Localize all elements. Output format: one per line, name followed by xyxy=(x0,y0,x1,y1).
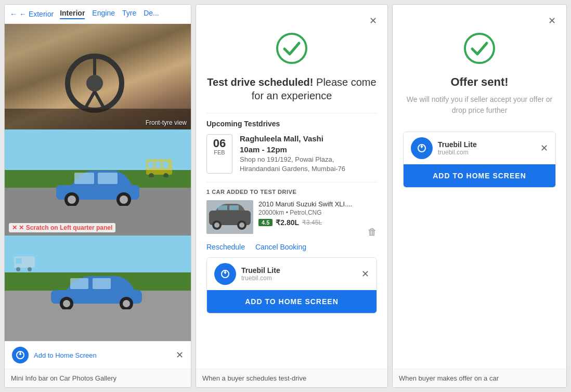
car-exterior-1-icon xyxy=(46,164,150,206)
date-month: FEB xyxy=(212,149,227,155)
svg-point-38 xyxy=(214,223,219,228)
divider-1 xyxy=(206,113,377,113)
exterior-tab-label[interactable]: ← Exterior xyxy=(19,10,54,18)
svg-rect-26 xyxy=(16,258,22,264)
delete-car-icon[interactable]: 🗑 xyxy=(368,227,377,238)
truebil-logo-2 xyxy=(214,263,236,285)
panel3-caption: When buyer makes offer on a car xyxy=(393,369,566,387)
svg-point-9 xyxy=(68,195,76,204)
nav-bar: ← ← Exterior Interior Engine Tyre De... xyxy=(5,5,191,24)
add-home-bar-3: Truebil Lite truebil.com ✕ ADD TO HOME S… xyxy=(403,132,556,188)
offer-title: Offer sent! xyxy=(403,75,556,89)
photo-interior: Front-tyre view xyxy=(5,24,191,129)
car-thumbnail-icon xyxy=(206,200,253,234)
modal-header-3: ✕ xyxy=(403,15,556,27)
panel-test-drive: ✕ Test drive scheduled! Please come for … xyxy=(196,4,388,388)
car-added-label: 1 CAR ADDED TO TEST DRIVE xyxy=(206,189,377,195)
divider-2 xyxy=(206,182,377,182)
car-card-details: 2010 Maruti Suzuki Swift XLI.... 20000km… xyxy=(258,200,377,238)
truebil-brand-3: Truebil Lite truebil.com xyxy=(411,137,477,159)
panel2-caption: When a buyer schedules test-drive xyxy=(196,369,387,387)
date-day: 06 xyxy=(212,138,227,149)
truebil-logo-icon-2 xyxy=(218,267,232,281)
car-price-old: ₹3.45L xyxy=(302,219,322,226)
truebil-brand-2: Truebil Lite truebil.com xyxy=(214,263,280,285)
reschedule-link[interactable]: Reschedule xyxy=(206,243,245,251)
car-specs: 20000km • Petrol,CNG xyxy=(258,209,377,216)
svg-point-22 xyxy=(63,300,70,307)
success-check-icon-3 xyxy=(463,32,496,65)
truebil-name-3: Truebil Lite xyxy=(438,140,477,149)
van-icon xyxy=(14,256,35,272)
upcoming-testdrives-title: Upcoming Testdrives xyxy=(206,120,377,128)
svg-point-28 xyxy=(28,267,32,271)
add-home-close-2[interactable]: ✕ xyxy=(361,268,369,280)
svg-point-11 xyxy=(120,195,128,204)
add-home-bar-header-2: Truebil Lite truebil.com ✕ xyxy=(207,258,377,290)
modal-title-2: Test drive scheduled! Please come for an… xyxy=(206,75,377,102)
svg-rect-15 xyxy=(163,162,168,168)
action-links: Reschedule Cancel Booking xyxy=(206,243,377,251)
tab-interior[interactable]: Interior xyxy=(60,9,85,19)
photo-exterior-2 xyxy=(5,236,191,341)
cancel-booking-link[interactable]: Cancel Booking xyxy=(255,243,306,251)
truebil-logo-3 xyxy=(411,137,433,159)
panel-car-photos: ← ← Exterior Interior Engine Tyre De... xyxy=(4,4,191,388)
offer-modal: ✕ Offer sent! We will notify you if sell… xyxy=(393,5,566,369)
panel1-caption: Mini Info bar on Car Photos Gallery xyxy=(5,369,191,387)
car-price-row: 4.5 ₹2.80L ₹3.45L xyxy=(258,218,377,227)
svg-rect-6 xyxy=(74,173,94,184)
photo-label-interior: Front-tyre view xyxy=(146,119,187,126)
modal-close-3[interactable]: ✕ xyxy=(548,15,556,27)
add-home-text: Add to Home Screen xyxy=(34,351,97,359)
svg-point-40 xyxy=(239,223,244,228)
svg-rect-7 xyxy=(98,173,118,184)
car-rating: 4.5 xyxy=(258,219,272,226)
svg-point-1 xyxy=(86,75,103,92)
modal-close-2[interactable]: ✕ xyxy=(369,15,377,27)
testdrive-time: 10am - 12pm xyxy=(240,144,345,155)
modal-header-2: ✕ xyxy=(206,15,377,27)
tab-der[interactable]: De... xyxy=(144,9,159,19)
car-price: ₹2.80L xyxy=(276,218,299,227)
check-icon-large-3 xyxy=(403,32,556,67)
truebil-icon-small xyxy=(12,347,29,363)
back-button[interactable]: ← ← Exterior xyxy=(10,10,54,18)
add-home-bar-header-3: Truebil Lite truebil.com ✕ xyxy=(404,132,555,164)
add-home-close-3[interactable]: ✕ xyxy=(540,142,548,154)
add-home-button-3[interactable]: ADD TO HOME SCREEN xyxy=(404,164,555,187)
svg-rect-14 xyxy=(155,162,161,168)
truebil-logo-icon-3 xyxy=(414,141,429,155)
truebil-url-2: truebil.com xyxy=(241,275,280,282)
photo-grid: Front-tyre view xyxy=(5,24,191,341)
truebil-brand-text-3: Truebil Lite truebil.com xyxy=(438,140,477,156)
truebil-logo-small xyxy=(15,349,26,361)
svg-rect-36 xyxy=(229,205,239,210)
car-exterior-2-icon xyxy=(43,270,152,309)
success-check-icon-2 xyxy=(275,32,308,65)
testdrive-address2: Hirandandani Gardens, Mumbai-76 xyxy=(240,164,345,174)
date-box: 06 FEB xyxy=(206,134,232,174)
tab-tyre[interactable]: Tyre xyxy=(122,9,136,19)
svg-rect-20 xyxy=(93,278,111,289)
car-thumbnail xyxy=(206,200,253,234)
truebil-name-2: Truebil Lite xyxy=(241,266,280,275)
testdrive-info: Raghuleela Mall, Vashi 10am - 12pm Shop … xyxy=(240,134,345,174)
svg-rect-13 xyxy=(148,162,153,168)
offer-subtitle: We will notify you if seller accept your… xyxy=(403,94,556,116)
home-bar-close[interactable]: ✕ xyxy=(176,349,184,361)
svg-point-27 xyxy=(16,267,20,271)
add-home-bar-2: Truebil Lite truebil.com ✕ ADD TO HOME S… xyxy=(206,257,377,313)
add-home-button-2[interactable]: ADD TO HOME SCREEN xyxy=(207,290,377,313)
nav-tabs: Interior Engine Tyre De... xyxy=(60,9,159,19)
svg-line-3 xyxy=(85,92,95,108)
car-card: 2010 Maruti Suzuki Swift XLI.... 20000km… xyxy=(206,200,377,238)
testdrive-item: 06 FEB Raghuleela Mall, Vashi 10am - 12p… xyxy=(206,134,377,174)
svg-line-4 xyxy=(95,92,104,108)
check-icon-large-2 xyxy=(206,32,377,67)
svg-point-45 xyxy=(465,34,494,63)
home-screen-bar: Add to Home Screen ✕ xyxy=(5,341,191,369)
tab-engine[interactable]: Engine xyxy=(92,9,115,19)
venue-name: Raghuleela Mall, Vashi xyxy=(240,134,345,143)
car-card-actions: 🗑 xyxy=(258,227,377,238)
